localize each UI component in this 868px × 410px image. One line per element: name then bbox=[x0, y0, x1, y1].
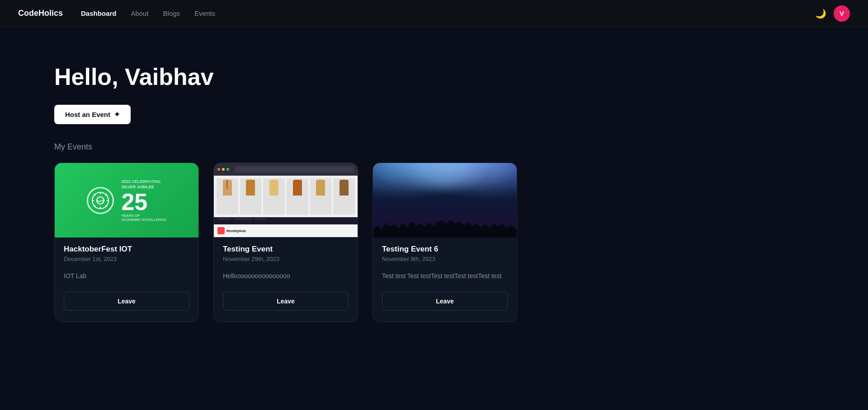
event-image-rentify: RentifyHub bbox=[214, 163, 358, 238]
event-name-1: HacktoberFest IOT bbox=[64, 245, 189, 254]
guitar-item-3 bbox=[263, 178, 285, 214]
nav-right: 🌙 V bbox=[815, 5, 850, 22]
guitar-item-6 bbox=[333, 178, 355, 214]
leave-button-1[interactable]: Leave bbox=[64, 292, 189, 311]
event-description-2: Helloooooooooooooooo bbox=[223, 271, 349, 281]
event-info-3: Testing Event 6 November 8th, 2023 Test … bbox=[373, 238, 517, 281]
host-event-button[interactable]: Host an Event ✦ bbox=[54, 105, 131, 124]
navbar: CodeHolics Dashboard About Blogs Events … bbox=[0, 0, 868, 27]
event-card-2: RentifyHub Testing Event November 29th, … bbox=[213, 163, 358, 322]
greeting-heading: Hello, Vaibhav bbox=[54, 63, 814, 90]
host-event-label: Host an Event bbox=[65, 111, 110, 118]
event-card-3: Testing Event 6 November 8th, 2023 Test … bbox=[373, 163, 517, 322]
event-date-1: December 1st, 2023 bbox=[64, 256, 189, 262]
nav-dashboard[interactable]: Dashboard bbox=[81, 9, 116, 17]
leave-button-3[interactable]: Leave bbox=[382, 292, 508, 311]
browser-dot-green bbox=[226, 168, 229, 171]
event-name-2: Testing Event bbox=[223, 245, 349, 254]
event-description-1: IOT Lab bbox=[64, 271, 189, 281]
main-content: Hello, Vaibhav Host an Event ✦ My Events… bbox=[0, 27, 868, 349]
kiit-25-text: 25 bbox=[121, 190, 166, 214]
leave-button-2[interactable]: Leave bbox=[223, 292, 349, 311]
nav-events[interactable]: Events bbox=[194, 9, 215, 17]
event-date-2: November 29th, 2023 bbox=[223, 256, 349, 262]
nav-blogs[interactable]: Blogs bbox=[163, 9, 180, 17]
guitar-item-2 bbox=[240, 178, 262, 214]
guitar-item-5 bbox=[310, 178, 332, 214]
my-events-title: My Events bbox=[54, 142, 814, 152]
kiit-logo: KiiT bbox=[87, 187, 114, 214]
browser-dot-red bbox=[217, 168, 220, 171]
event-image-kiit: KiiT bbox=[55, 163, 198, 238]
guitar-item-4 bbox=[287, 178, 308, 214]
events-grid: KiiT bbox=[54, 163, 814, 322]
event-card-1: KiiT bbox=[54, 163, 199, 322]
avatar[interactable]: V bbox=[834, 5, 850, 22]
sparkle-icon: ✦ bbox=[114, 110, 120, 119]
event-info-1: HacktoberFest IOT December 1st, 2023 IOT… bbox=[55, 238, 198, 281]
browser-bar bbox=[214, 163, 358, 176]
browser-content bbox=[214, 176, 358, 217]
brand-logo[interactable]: CodeHolics bbox=[18, 9, 63, 18]
event-info-2: Testing Event November 29th, 2023 Helloo… bbox=[214, 238, 358, 281]
event-description-3: Test test Test testTest testTest testTes… bbox=[382, 271, 508, 281]
theme-toggle-icon[interactable]: 🌙 bbox=[815, 8, 826, 19]
guitar-item-1 bbox=[217, 178, 238, 214]
browser-dot-yellow bbox=[222, 168, 225, 171]
svg-text:KiiT: KiiT bbox=[97, 199, 104, 203]
event-name-3: Testing Event 6 bbox=[382, 245, 508, 254]
event-image-concert bbox=[373, 163, 517, 238]
nav-links: Dashboard About Blogs Events bbox=[81, 9, 815, 17]
event-date-3: November 8th, 2023 bbox=[382, 256, 508, 262]
stage-lights bbox=[373, 163, 517, 215]
nav-about[interactable]: About bbox=[131, 9, 148, 17]
